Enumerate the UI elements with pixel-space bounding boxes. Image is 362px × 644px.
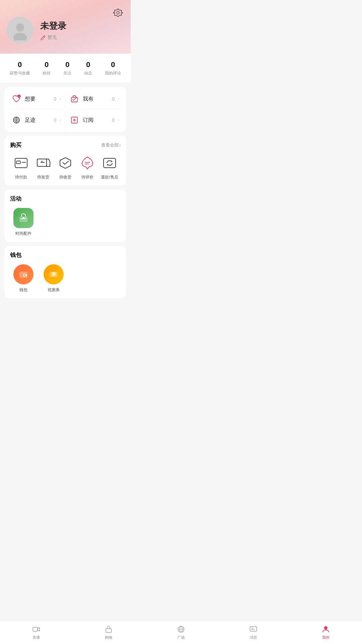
svg-text:+: + [18, 95, 20, 98]
card-want-count: 0 [54, 96, 56, 102]
profile-info: 未登录 暂无 [40, 20, 66, 41]
fashion-label: 时尚配件 [15, 231, 32, 236]
pending-receive-label: 待收货 [59, 174, 71, 180]
card-subscribe-count: 0 [112, 117, 115, 123]
footprint-icon [11, 115, 21, 125]
stat-comment-value: 0 [111, 60, 115, 69]
card-have-count: 0 [112, 96, 115, 102]
purchase-pending-receive[interactable]: 待收货 [57, 154, 74, 180]
activity-title: 活动 [10, 195, 21, 203]
profile-row[interactable]: 未登录 暂无 [7, 17, 124, 44]
heart-icon: + [11, 94, 21, 104]
coupon-item[interactable]: 券 优惠券 [44, 264, 64, 293]
card-footprint[interactable]: 足迹 0 › [7, 110, 65, 130]
refund-label: 退款/售后 [101, 174, 118, 180]
card-have-chevron: › [118, 97, 119, 101]
fashion-icon [13, 208, 34, 228]
stat-fans-label: 粉丝 [43, 70, 51, 76]
stat-dynamic-value: 0 [86, 60, 90, 69]
pending-ship-icon [35, 154, 52, 172]
pending-receive-icon [57, 154, 74, 172]
svg-point-28 [24, 275, 25, 276]
wallet-item-label: 钱包 [19, 287, 27, 293]
wallet-section: 钱包 钱包 券 [5, 246, 126, 298]
card-footprint-count: 0 [54, 117, 56, 123]
pending-ship-label: 待发货 [37, 174, 49, 180]
purchase-refund[interactable]: 退款/售后 [101, 154, 118, 180]
svg-point-3 [13, 33, 27, 40]
activity-fashion[interactable]: 时尚配件 [13, 208, 34, 236]
wallet-header: 钱包 [10, 251, 121, 259]
bio-row: 暂无 [40, 35, 66, 41]
activity-section: 活动 时尚配件 [5, 190, 126, 242]
activity-header: 活动 [10, 195, 121, 203]
purchase-pending-ship[interactable]: 待发货 [35, 154, 52, 180]
username: 未登录 [40, 20, 66, 32]
svg-point-1 [117, 11, 119, 14]
edit-icon [40, 35, 46, 40]
svg-point-31 [49, 273, 51, 275]
stat-following-label: 关注 [63, 70, 71, 76]
card-footprint-chevron: › [60, 118, 61, 122]
purchase-header: 购买 查看全部 › [10, 141, 121, 149]
coupon-item-icon: 券 [44, 264, 64, 284]
card-have[interactable]: 我有 0 › [65, 89, 123, 110]
stat-comment[interactable]: 0 我的评论 [105, 60, 121, 76]
stat-dynamic-label: 动态 [84, 70, 92, 76]
svg-rect-16 [16, 161, 20, 164]
card-subscribe[interactable]: 订阅 0 › [65, 110, 123, 130]
purchase-chevron: › [119, 143, 121, 148]
purchase-pending-pay[interactable]: 待付款 [12, 154, 30, 180]
wallet-item[interactable]: 钱包 [13, 264, 34, 293]
svg-point-32 [57, 273, 59, 275]
stat-fans[interactable]: 0 粉丝 [43, 60, 51, 76]
card-want-chevron: › [60, 97, 61, 101]
stat-likes-value: 0 [18, 60, 22, 69]
stat-comment-label: 我的评论 [105, 70, 121, 76]
purchase-pending-review[interactable]: 待评价 [79, 154, 96, 180]
purchase-more[interactable]: 查看全部 › [101, 142, 121, 148]
card-want[interactable]: + 想要 0 › [7, 89, 65, 110]
svg-text:券: 券 [51, 272, 56, 277]
purchase-title: 购买 [10, 141, 21, 149]
pending-review-icon [79, 154, 96, 172]
purchase-more-label: 查看全部 [101, 142, 119, 148]
wallet-grid: 钱包 券 优惠券 [10, 264, 121, 293]
refund-icon [101, 154, 118, 172]
pending-pay-icon [12, 154, 30, 172]
bio-text: 暂无 [48, 35, 57, 41]
svg-point-9 [16, 119, 17, 121]
card-subscribe-chevron: › [118, 118, 119, 122]
stat-likes-label: 获赞与收藏 [10, 70, 30, 76]
quick-cards-section: + 想要 0 › 我有 0 › [5, 87, 126, 132]
stat-likes[interactable]: 0 获赞与收藏 [10, 60, 30, 76]
stat-fans-value: 0 [45, 60, 49, 69]
avatar[interactable] [7, 17, 34, 44]
wallet-title: 钱包 [10, 251, 21, 259]
stats-row: 0 获赞与收藏 0 粉丝 0 关注 0 动态 0 我的评论 [0, 54, 131, 83]
settings-button[interactable] [112, 7, 124, 19]
card-footprint-label: 足迹 [25, 117, 50, 124]
bag-icon [69, 94, 79, 104]
svg-rect-23 [104, 158, 116, 168]
pending-review-label: 待评价 [81, 174, 94, 180]
pending-pay-label: 待付款 [15, 174, 27, 180]
svg-marker-0 [113, 9, 123, 17]
card-grid: + 想要 0 › 我有 0 › [7, 89, 123, 130]
card-subscribe-label: 订阅 [83, 117, 109, 124]
svg-point-2 [16, 23, 24, 32]
coupon-item-label: 优惠券 [48, 287, 60, 293]
svg-rect-15 [15, 158, 27, 168]
purchase-icon-grid: 待付款 待发货 [10, 154, 121, 180]
stat-dynamic[interactable]: 0 动态 [84, 60, 92, 76]
purchase-section: 购买 查看全部 › 待付款 [5, 136, 126, 185]
stat-following[interactable]: 0 关注 [63, 60, 71, 76]
activity-grid: 时尚配件 [10, 208, 121, 236]
stat-following-value: 0 [65, 60, 69, 69]
header-section: 未登录 暂无 [0, 0, 131, 54]
wallet-item-icon [13, 264, 34, 284]
card-have-label: 我有 [83, 96, 109, 103]
subscribe-icon [69, 115, 79, 125]
card-want-label: 想要 [25, 96, 50, 103]
